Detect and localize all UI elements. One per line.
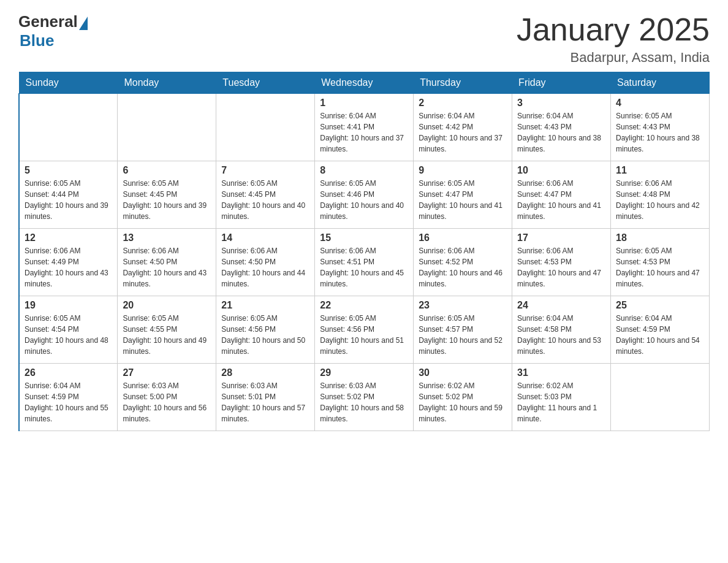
calendar-body: 1Sunrise: 6:04 AMSunset: 4:41 PMDaylight… [19, 94, 710, 431]
day-info: Sunrise: 6:06 AMSunset: 4:53 PMDaylight:… [517, 245, 605, 289]
week-row-4: 19Sunrise: 6:05 AMSunset: 4:54 PMDayligh… [19, 296, 710, 364]
day-info: Sunrise: 6:03 AMSunset: 5:02 PMDaylight:… [320, 380, 408, 424]
calendar-cell: 12Sunrise: 6:06 AMSunset: 4:49 PMDayligh… [19, 229, 118, 296]
header-cell-tuesday: Tuesday [216, 72, 315, 94]
day-info: Sunrise: 6:03 AMSunset: 5:00 PMDaylight:… [123, 380, 211, 424]
calendar-cell: 24Sunrise: 6:04 AMSunset: 4:58 PMDayligh… [512, 296, 611, 364]
day-number: 6 [123, 165, 211, 176]
day-number: 3 [517, 98, 605, 109]
header-cell-monday: Monday [118, 72, 216, 94]
day-number: 18 [616, 232, 704, 243]
day-number: 30 [419, 367, 507, 378]
logo-general-text: General [18, 12, 78, 31]
day-number: 10 [517, 165, 605, 176]
day-info: Sunrise: 6:02 AMSunset: 5:02 PMDaylight:… [419, 380, 507, 424]
logo-top: General [18, 12, 88, 31]
page-header: General Blue January 2025 Badarpur, Assa… [18, 12, 710, 66]
logo-blue-text: Blue [20, 31, 54, 50]
day-number: 22 [320, 300, 408, 311]
day-number: 27 [123, 367, 211, 378]
calendar-cell: 16Sunrise: 6:06 AMSunset: 4:52 PMDayligh… [414, 229, 512, 296]
calendar-cell [216, 94, 315, 161]
day-number: 19 [25, 300, 112, 311]
header-cell-saturday: Saturday [611, 72, 710, 94]
day-info: Sunrise: 6:06 AMSunset: 4:47 PMDaylight:… [517, 178, 605, 222]
day-number: 14 [221, 232, 309, 243]
day-number: 17 [517, 232, 605, 243]
day-info: Sunrise: 6:05 AMSunset: 4:55 PMDaylight:… [123, 313, 211, 357]
day-number: 7 [221, 165, 309, 176]
day-number: 9 [419, 165, 507, 176]
calendar-cell: 3Sunrise: 6:04 AMSunset: 4:43 PMDaylight… [512, 94, 611, 161]
header-cell-wednesday: Wednesday [315, 72, 414, 94]
calendar-cell: 17Sunrise: 6:06 AMSunset: 4:53 PMDayligh… [512, 229, 611, 296]
day-info: Sunrise: 6:04 AMSunset: 4:41 PMDaylight:… [320, 110, 408, 155]
calendar-cell: 27Sunrise: 6:03 AMSunset: 5:00 PMDayligh… [118, 364, 216, 431]
calendar-cell [118, 94, 216, 161]
day-info: Sunrise: 6:04 AMSunset: 4:43 PMDaylight:… [517, 110, 605, 155]
day-number: 8 [320, 165, 408, 176]
day-info: Sunrise: 6:06 AMSunset: 4:51 PMDaylight:… [320, 245, 408, 289]
header-cell-sunday: Sunday [19, 72, 118, 94]
title-section: January 2025 Badarpur, Assam, India [517, 12, 710, 66]
week-row-3: 12Sunrise: 6:06 AMSunset: 4:49 PMDayligh… [19, 229, 710, 296]
week-row-5: 26Sunrise: 6:04 AMSunset: 4:59 PMDayligh… [19, 364, 710, 431]
week-row-1: 1Sunrise: 6:04 AMSunset: 4:41 PMDaylight… [19, 94, 710, 161]
calendar-cell: 22Sunrise: 6:05 AMSunset: 4:56 PMDayligh… [315, 296, 414, 364]
header-cell-friday: Friday [512, 72, 611, 94]
day-number: 1 [320, 98, 408, 109]
calendar-cell: 9Sunrise: 6:05 AMSunset: 4:47 PMDaylight… [414, 161, 512, 229]
calendar-cell: 29Sunrise: 6:03 AMSunset: 5:02 PMDayligh… [315, 364, 414, 431]
day-info: Sunrise: 6:04 AMSunset: 4:42 PMDaylight:… [419, 110, 507, 155]
day-info: Sunrise: 6:06 AMSunset: 4:48 PMDaylight:… [616, 178, 704, 222]
day-number: 29 [320, 367, 408, 378]
day-info: Sunrise: 6:05 AMSunset: 4:44 PMDaylight:… [25, 178, 112, 222]
calendar-cell: 21Sunrise: 6:05 AMSunset: 4:56 PMDayligh… [216, 296, 315, 364]
logo-triangle-icon [79, 17, 88, 30]
calendar-cell: 18Sunrise: 6:05 AMSunset: 4:53 PMDayligh… [611, 229, 710, 296]
day-info: Sunrise: 6:05 AMSunset: 4:46 PMDaylight:… [320, 178, 408, 222]
day-info: Sunrise: 6:05 AMSunset: 4:45 PMDaylight:… [221, 178, 309, 222]
day-number: 24 [517, 300, 605, 311]
calendar-cell [19, 94, 118, 161]
day-info: Sunrise: 6:06 AMSunset: 4:50 PMDaylight:… [221, 245, 309, 289]
calendar-cell: 8Sunrise: 6:05 AMSunset: 4:46 PMDaylight… [315, 161, 414, 229]
day-info: Sunrise: 6:05 AMSunset: 4:47 PMDaylight:… [419, 178, 507, 222]
day-number: 2 [419, 98, 507, 109]
day-number: 16 [419, 232, 507, 243]
day-info: Sunrise: 6:05 AMSunset: 4:56 PMDaylight:… [320, 313, 408, 357]
day-number: 11 [616, 165, 704, 176]
header-row: SundayMondayTuesdayWednesdayThursdayFrid… [19, 72, 710, 94]
week-row-2: 5Sunrise: 6:05 AMSunset: 4:44 PMDaylight… [19, 161, 710, 229]
day-number: 12 [25, 232, 112, 243]
calendar-cell: 15Sunrise: 6:06 AMSunset: 4:51 PMDayligh… [315, 229, 414, 296]
day-info: Sunrise: 6:03 AMSunset: 5:01 PMDaylight:… [221, 380, 309, 424]
day-info: Sunrise: 6:06 AMSunset: 4:49 PMDaylight:… [25, 245, 112, 289]
calendar-cell [611, 364, 710, 431]
calendar-cell: 13Sunrise: 6:06 AMSunset: 4:50 PMDayligh… [118, 229, 216, 296]
day-info: Sunrise: 6:04 AMSunset: 4:58 PMDaylight:… [517, 313, 605, 357]
calendar-cell: 26Sunrise: 6:04 AMSunset: 4:59 PMDayligh… [19, 364, 118, 431]
calendar-cell: 2Sunrise: 6:04 AMSunset: 4:42 PMDaylight… [414, 94, 512, 161]
day-info: Sunrise: 6:06 AMSunset: 4:50 PMDaylight:… [123, 245, 211, 289]
day-number: 28 [221, 367, 309, 378]
calendar-header: SundayMondayTuesdayWednesdayThursdayFrid… [19, 72, 710, 94]
day-info: Sunrise: 6:04 AMSunset: 4:59 PMDaylight:… [25, 380, 112, 424]
location: Badarpur, Assam, India [517, 50, 710, 66]
day-number: 25 [616, 300, 704, 311]
calendar-cell: 4Sunrise: 6:05 AMSunset: 4:43 PMDaylight… [611, 94, 710, 161]
day-number: 20 [123, 300, 211, 311]
logo: General Blue [18, 12, 88, 50]
day-info: Sunrise: 6:02 AMSunset: 5:03 PMDaylight:… [517, 380, 605, 424]
calendar-cell: 20Sunrise: 6:05 AMSunset: 4:55 PMDayligh… [118, 296, 216, 364]
day-number: 31 [517, 367, 605, 378]
calendar-cell: 30Sunrise: 6:02 AMSunset: 5:02 PMDayligh… [414, 364, 512, 431]
month-title: January 2025 [517, 12, 710, 47]
calendar-cell: 19Sunrise: 6:05 AMSunset: 4:54 PMDayligh… [19, 296, 118, 364]
day-info: Sunrise: 6:05 AMSunset: 4:43 PMDaylight:… [616, 110, 704, 155]
day-info: Sunrise: 6:06 AMSunset: 4:52 PMDaylight:… [419, 245, 507, 289]
calendar-cell: 25Sunrise: 6:04 AMSunset: 4:59 PMDayligh… [611, 296, 710, 364]
calendar-cell: 1Sunrise: 6:04 AMSunset: 4:41 PMDaylight… [315, 94, 414, 161]
day-number: 4 [616, 98, 704, 109]
day-info: Sunrise: 6:05 AMSunset: 4:53 PMDaylight:… [616, 245, 704, 289]
